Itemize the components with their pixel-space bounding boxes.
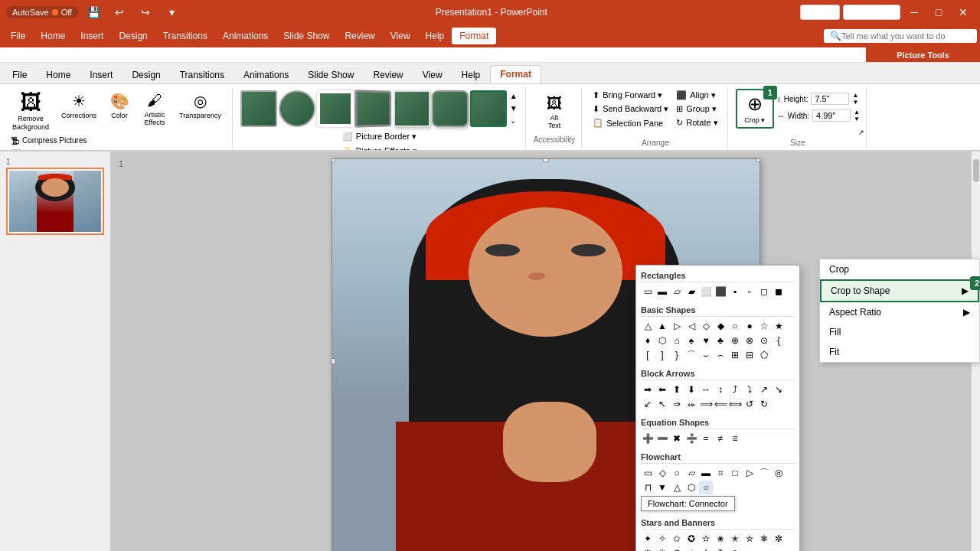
width-input[interactable]: 4.99" xyxy=(812,109,851,122)
selection-pane-button[interactable]: 📋Selection Pane xyxy=(590,116,671,129)
selection-handle-tc[interactable] xyxy=(543,158,549,162)
shape-star-8[interactable]: ✮ xyxy=(743,532,756,546)
shape-arrow-4[interactable]: ⬇ xyxy=(684,383,698,396)
crop-menu-item-crop-to-shape[interactable]: Crop to Shape ▶ 2 xyxy=(820,279,979,302)
shape-star-10[interactable]: ✼ xyxy=(772,532,786,546)
selection-handle-tl[interactable] xyxy=(332,158,335,162)
shape-rect-10[interactable]: ◼ xyxy=(772,285,786,298)
shape-flow-1[interactable]: ▭ xyxy=(641,466,655,480)
shape-arrow-3[interactable]: ⬆ xyxy=(670,383,684,396)
transparency-button[interactable]: ◎ Transparency xyxy=(175,89,226,122)
shape-eq-5[interactable]: = xyxy=(699,432,713,445)
shape-arrow-18[interactable]: ↺ xyxy=(743,397,756,411)
shape-star-1[interactable]: ✦ xyxy=(641,532,655,546)
picture-style-5[interactable] xyxy=(394,90,430,127)
shape-basic-4[interactable]: ◁ xyxy=(684,319,698,333)
search-input[interactable] xyxy=(841,31,964,41)
menu-insert[interactable]: Insert xyxy=(73,28,111,44)
shape-basic-9[interactable]: ☆ xyxy=(757,319,771,333)
shape-flow-8[interactable]: ▷ xyxy=(743,466,756,480)
shape-basic-12[interactable]: ⬡ xyxy=(655,334,669,347)
shape-rect-3[interactable]: ▱ xyxy=(670,285,684,298)
selection-handle-tr[interactable] xyxy=(756,158,760,162)
width-spinner[interactable]: ▲▼ xyxy=(854,109,860,122)
shape-flow-3[interactable]: ○ xyxy=(670,466,684,480)
shape-eq-1[interactable]: ➕ xyxy=(641,432,655,445)
search-bar[interactable]: 🔍 xyxy=(824,29,977,43)
picture-border-button[interactable]: ⬜Picture Border ▾ xyxy=(339,130,420,143)
shape-basic-13[interactable]: ⌂ xyxy=(670,334,684,347)
shape-arrow-7[interactable]: ⤴ xyxy=(728,383,742,396)
menu-slideshow[interactable]: Slide Show xyxy=(276,28,337,44)
menu-transitions[interactable]: Transitions xyxy=(155,28,215,44)
tab-slideshow[interactable]: Slide Show xyxy=(299,67,363,83)
shape-rect-5[interactable]: ⬜ xyxy=(699,285,713,298)
shape-basic-28[interactable]: ⊟ xyxy=(743,348,756,362)
corrections-button[interactable]: ☀ Corrections xyxy=(57,89,101,122)
crop-menu-item-fit[interactable]: Fit xyxy=(820,342,979,362)
shape-rect-8[interactable]: ▫ xyxy=(743,285,756,298)
shape-flow-6[interactable]: ⌗ xyxy=(714,466,727,480)
shape-rect-7[interactable]: ▪ xyxy=(728,285,742,298)
shape-arrow-13[interactable]: ⇒ xyxy=(670,397,684,411)
height-input[interactable]: 7.5" xyxy=(811,93,849,105)
crop-menu-item-fill[interactable]: Fill xyxy=(820,322,979,342)
shape-rect-4[interactable]: ▰ xyxy=(684,285,698,298)
shape-star-13[interactable]: ⚙ xyxy=(670,546,684,551)
shape-flow-7[interactable]: □ xyxy=(728,466,742,480)
shape-rect-9[interactable]: ◻ xyxy=(757,285,771,298)
shape-arrow-19[interactable]: ↻ xyxy=(757,397,771,411)
shape-star-14[interactable]: ⚛ xyxy=(684,546,698,551)
shape-basic-29[interactable]: ⬠ xyxy=(757,348,771,362)
shape-rect-6[interactable]: ⬛ xyxy=(714,285,727,298)
shape-arrow-11[interactable]: ↙ xyxy=(641,397,655,411)
shape-eq-4[interactable]: ➗ xyxy=(684,432,698,445)
picture-style-2[interactable] xyxy=(279,90,315,127)
rotate-button[interactable]: ↻Rotate ▾ xyxy=(673,116,720,129)
remove-background-button[interactable]: 🖼 RemoveBackground xyxy=(8,89,54,135)
shape-arrow-17[interactable]: ⟺ xyxy=(728,397,742,411)
undo-button[interactable]: ↩ xyxy=(109,2,130,23)
shape-basic-16[interactable]: ♣ xyxy=(714,334,727,347)
menu-animations[interactable]: Animations xyxy=(215,28,276,44)
shape-flow-11[interactable]: ⊓ xyxy=(641,481,655,494)
shape-eq-2[interactable]: ➖ xyxy=(655,432,669,445)
tab-format[interactable]: Format xyxy=(490,65,541,83)
share-button[interactable]: Share xyxy=(800,5,839,20)
shape-star-9[interactable]: ❄ xyxy=(757,532,771,546)
shape-star-12[interactable]: ❊ xyxy=(655,546,669,551)
shape-star-7[interactable]: ✭ xyxy=(728,532,742,546)
shape-basic-3[interactable]: ▷ xyxy=(670,319,684,333)
color-button[interactable]: 🎨 Color xyxy=(104,89,135,122)
picture-style-7[interactable] xyxy=(470,90,507,127)
picture-styles-scroll[interactable]: ▲▼⌄ xyxy=(508,90,519,127)
crop-menu-item-aspect-ratio[interactable]: Aspect Ratio ▶ xyxy=(820,302,979,322)
menu-review[interactable]: Review xyxy=(337,28,382,44)
shape-flow-4[interactable]: ▱ xyxy=(684,466,698,480)
shape-flow-12[interactable]: ▼ xyxy=(655,481,669,494)
shape-basic-2[interactable]: ▲ xyxy=(655,319,669,333)
shape-basic-18[interactable]: ⊗ xyxy=(743,334,756,347)
shape-flow-10[interactable]: ◎ xyxy=(772,466,786,480)
tab-transitions[interactable]: Transitions xyxy=(171,67,234,83)
shape-flow-13[interactable]: △ xyxy=(670,481,684,494)
shape-arrow-5[interactable]: ↔ xyxy=(699,383,713,396)
autosave-badge[interactable]: AutoSave Off xyxy=(6,6,78,18)
shape-arrow-2[interactable]: ⬅ xyxy=(655,383,669,396)
shape-star-3[interactable]: ✩ xyxy=(670,532,684,546)
shape-basic-8[interactable]: ● xyxy=(743,319,756,333)
close-button[interactable]: ✕ xyxy=(952,2,974,23)
redo-button[interactable]: ↪ xyxy=(135,2,156,23)
send-backward-button[interactable]: ⬇Send Backward ▾ xyxy=(590,103,671,116)
change-picture-button[interactable]: 🔄Change Picture ▾ xyxy=(8,148,226,150)
shape-basic-11[interactable]: ♦ xyxy=(641,334,655,347)
tab-help[interactable]: Help xyxy=(452,67,490,83)
shape-arrow-1[interactable]: ➡ xyxy=(641,383,655,396)
shape-basic-7[interactable]: ○ xyxy=(728,319,742,333)
scrollbar-thumb[interactable] xyxy=(973,159,979,182)
shape-basic-26[interactable]: ⌢ xyxy=(714,348,727,362)
alt-text-button[interactable]: 🖼 AltText xyxy=(535,89,573,135)
shape-basic-17[interactable]: ⊕ xyxy=(728,334,742,347)
shape-star-15[interactable]: ※ xyxy=(699,546,713,551)
shape-arrow-10[interactable]: ↘ xyxy=(772,383,786,396)
